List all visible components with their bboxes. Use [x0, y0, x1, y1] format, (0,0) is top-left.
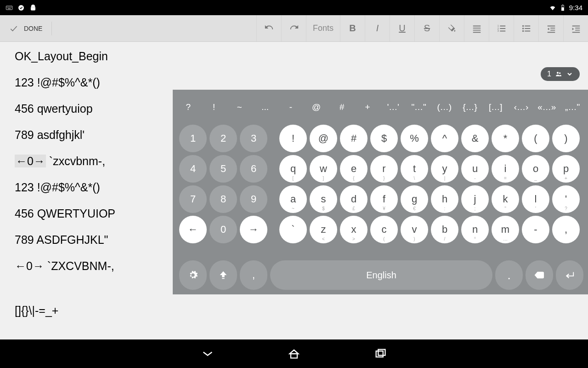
- suggestion-item[interactable]: (…): [432, 102, 458, 112]
- indent-icon: [571, 23, 581, 34]
- redo-button[interactable]: [281, 15, 306, 41]
- key-h[interactable]: h:: [431, 185, 458, 213]
- numpad-key-8[interactable]: 8: [209, 185, 237, 213]
- suggestion-item[interactable]: !: [201, 102, 227, 112]
- arrow-left-key[interactable]: ←: [179, 216, 207, 243]
- suggestion-item[interactable]: #: [329, 102, 355, 112]
- suggestion-item[interactable]: „…": [560, 102, 585, 112]
- numpad-key-7[interactable]: 7: [179, 185, 207, 213]
- indent-button[interactable]: [563, 15, 588, 41]
- key-b[interactable]: b/: [431, 216, 458, 243]
- key-f[interactable]: f¥: [370, 185, 398, 213]
- key-r[interactable]: r}: [370, 155, 398, 183]
- key-j[interactable]: j;: [461, 185, 489, 213]
- suggestion-item[interactable]: "…": [406, 102, 432, 112]
- numpad-key-5[interactable]: 5: [209, 155, 237, 183]
- bullet-list-button[interactable]: [514, 15, 538, 41]
- key-,[interactable]: ,: [552, 216, 580, 243]
- outdent-button[interactable]: [538, 15, 563, 41]
- fonts-button[interactable]: Fonts: [306, 15, 340, 41]
- key-t[interactable]: t\: [401, 155, 428, 183]
- suggestion-item[interactable]: {…}: [457, 102, 483, 112]
- collaborator-pill[interactable]: 1: [541, 67, 580, 81]
- key-)[interactable]: ): [552, 125, 580, 152]
- suggestion-item[interactable]: -: [278, 102, 304, 112]
- key-v[interactable]: v): [401, 216, 428, 243]
- key-w[interactable]: w]: [310, 155, 337, 183]
- suggestion-item[interactable]: '…': [380, 102, 406, 112]
- key--[interactable]: -: [522, 216, 549, 243]
- numpad-key-6[interactable]: 6: [240, 155, 267, 183]
- numpad-key-2[interactable]: 2: [209, 125, 237, 152]
- key-^[interactable]: ^: [431, 125, 458, 152]
- numpad-key-0[interactable]: 0: [209, 216, 237, 243]
- key-![interactable]: !: [279, 125, 307, 152]
- numpad-key-9[interactable]: 9: [240, 185, 267, 213]
- numpad-key-1[interactable]: 1: [179, 125, 207, 152]
- divider: [51, 22, 52, 35]
- keyboard-settings-key[interactable]: [179, 260, 207, 290]
- enter-key[interactable]: [556, 260, 583, 290]
- numpad-key-4[interactable]: 4: [179, 155, 207, 183]
- key-p[interactable]: p+: [552, 155, 580, 183]
- bold-button[interactable]: B: [340, 15, 365, 41]
- status-time: 9:34: [569, 4, 582, 12]
- spacebar[interactable]: English: [270, 260, 492, 290]
- key-l[interactable]: l': [522, 185, 549, 213]
- suggestion-item[interactable]: @: [304, 102, 329, 112]
- key-&[interactable]: &: [461, 125, 489, 152]
- key-q[interactable]: q[: [279, 155, 307, 183]
- backspace-key[interactable]: [526, 260, 553, 290]
- period-key[interactable]: .: [495, 260, 523, 290]
- key-y[interactable]: y|: [431, 155, 458, 183]
- key-@[interactable]: @: [310, 125, 337, 152]
- key-g[interactable]: g€: [401, 185, 428, 213]
- key-([interactable]: (: [522, 125, 549, 152]
- key-x[interactable]: x>: [340, 216, 368, 243]
- strikethrough-button[interactable]: S: [414, 15, 439, 41]
- suggestion-item[interactable]: ?: [175, 102, 201, 112]
- key-$[interactable]: $: [370, 125, 398, 152]
- key-%[interactable]: %: [401, 125, 428, 152]
- key-'[interactable]: '?: [552, 185, 580, 213]
- undo-button[interactable]: [256, 15, 281, 41]
- key-n[interactable]: n°: [461, 216, 489, 243]
- numpad-key-3[interactable]: 3: [240, 125, 267, 152]
- key-c[interactable]: c(: [370, 216, 398, 243]
- key-u[interactable]: u-: [461, 155, 489, 183]
- recent-apps-icon[interactable]: [374, 347, 387, 360]
- suggestion-item[interactable]: […]: [483, 102, 509, 112]
- suggestion-item[interactable]: ‹…›: [509, 102, 534, 112]
- editor-toolbar: DONE Fonts B I U S 123: [0, 15, 588, 42]
- home-icon[interactable]: [288, 347, 300, 360]
- back-icon[interactable]: [201, 347, 214, 360]
- key-o[interactable]: o_: [522, 155, 549, 183]
- key-d[interactable]: d£: [340, 185, 368, 213]
- suggestion-item[interactable]: ...: [252, 102, 278, 112]
- suggestion-item[interactable]: ~: [227, 102, 253, 112]
- key-#[interactable]: #: [340, 125, 368, 152]
- key-`[interactable]: `: [279, 216, 307, 243]
- key-*[interactable]: *: [492, 125, 519, 152]
- numpad: 123456789←0→: [179, 125, 267, 243]
- svg-point-6: [18, 5, 24, 11]
- key-k[interactable]: k": [492, 185, 519, 213]
- italic-button[interactable]: I: [365, 15, 390, 41]
- comma-key[interactable]: ,: [240, 260, 267, 290]
- suggestion-item[interactable]: +: [355, 102, 380, 112]
- fill-color-button[interactable]: [439, 15, 464, 41]
- key-m[interactable]: m…: [492, 216, 519, 243]
- underline-button[interactable]: U: [390, 15, 414, 41]
- key-z[interactable]: z<: [310, 216, 337, 243]
- key-e[interactable]: e{: [340, 155, 368, 183]
- key-i[interactable]: i=: [492, 155, 519, 183]
- suggestion-item[interactable]: «…»: [534, 102, 560, 112]
- key-a[interactable]: a~: [279, 185, 307, 213]
- arrow-right-key[interactable]: →: [240, 216, 267, 243]
- key-s[interactable]: s$: [310, 185, 337, 213]
- done-button[interactable]: DONE: [0, 15, 51, 41]
- undo-icon: [264, 23, 274, 34]
- shift-key[interactable]: [209, 260, 237, 290]
- numbered-list-button[interactable]: 123: [489, 15, 514, 41]
- align-button[interactable]: [464, 15, 489, 41]
